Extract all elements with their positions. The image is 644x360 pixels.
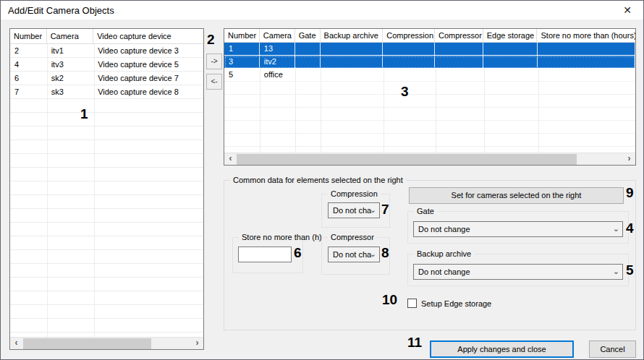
cell-store xyxy=(538,43,635,55)
compression-label: Compression xyxy=(328,189,381,198)
cell-number: 2 xyxy=(10,44,47,57)
table-body: 1 13 3 itv2 5 office xyxy=(224,43,635,153)
table-row[interactable]: 5 office xyxy=(224,69,635,82)
column-header-gate[interactable]: Gate xyxy=(295,29,321,42)
annotation-2: 2 xyxy=(207,33,215,47)
cell-number: 1 xyxy=(224,43,260,55)
column-header-store-no-more[interactable]: Store no more than (hours) xyxy=(537,29,635,42)
cell-device: Video capture device 3 xyxy=(93,44,203,57)
cancel-button[interactable]: Cancel xyxy=(589,340,636,358)
cell-number: 7 xyxy=(10,85,47,98)
annotation-5: 5 xyxy=(626,263,634,278)
arrow-right-icon: -> xyxy=(211,57,217,65)
cell-compression xyxy=(383,56,435,68)
cell-compressor xyxy=(435,56,483,68)
column-header-edge-storage[interactable]: Edge storage xyxy=(483,29,538,42)
scroll-left-icon[interactable]: ‹ xyxy=(10,338,22,349)
store-label: Store no more than (h) xyxy=(239,233,325,241)
gate-label: Gate xyxy=(414,207,437,215)
table-row-selected[interactable]: 3 itv2 xyxy=(224,56,635,69)
gate-dropdown[interactable]: Do not change ⌄ xyxy=(413,221,623,237)
table-row[interactable]: 4 itv3 Video capture device 5 xyxy=(10,58,203,72)
column-header-camera[interactable]: Camera xyxy=(260,29,295,42)
table-row[interactable]: 2 itv1 Video capture device 3 xyxy=(10,44,203,58)
apply-changes-button[interactable]: Apply changes and close xyxy=(430,340,574,358)
setup-edge-storage-label: Setup Edge storage xyxy=(421,299,491,308)
dialog-add-edit-camera-objects: Add/Edit Camera Objects ✕ Number Camera … xyxy=(0,0,644,360)
table-body: 2 itv1 Video capture device 3 4 itv3 Vid… xyxy=(10,44,203,337)
cell-edge xyxy=(483,56,538,68)
titlebar: Add/Edit Camera Objects ✕ xyxy=(1,1,643,20)
scrollbar-thumb[interactable] xyxy=(237,154,577,165)
column-header-compression[interactable]: Compression xyxy=(383,29,435,42)
chevron-down-icon: ⌄ xyxy=(370,247,376,260)
compression-value: Do not cha xyxy=(333,206,371,215)
move-left-button[interactable]: <- xyxy=(206,74,222,90)
cell-compression xyxy=(383,43,435,55)
cell-gate xyxy=(295,69,321,81)
cell-device: Video capture device 8 xyxy=(93,85,203,98)
column-header-compressor[interactable]: Compressor xyxy=(435,29,483,42)
chevron-down-icon: ⌄ xyxy=(370,203,376,216)
annotation-8: 8 xyxy=(381,246,389,260)
move-right-button[interactable]: -> xyxy=(206,53,222,69)
column-header-backup-archive[interactable]: Backup archive xyxy=(321,29,384,42)
table-header: Number Camera Gate Backup archive Compre… xyxy=(224,29,635,43)
compression-dropdown[interactable]: Do not cha ⌄ xyxy=(328,202,380,218)
horizontal-scrollbar[interactable]: ‹ › xyxy=(10,337,203,349)
compressor-value: Do not cha xyxy=(333,250,371,259)
horizontal-scrollbar[interactable]: ‹ › xyxy=(224,153,635,165)
scrollbar-thumb[interactable] xyxy=(23,338,151,349)
backup-archive-dropdown[interactable]: Do not change ⌄ xyxy=(413,264,623,280)
annotation-7: 7 xyxy=(381,202,389,217)
cell-device: Video capture device 7 xyxy=(93,72,203,85)
annotation-1: 1 xyxy=(80,107,88,121)
table-row[interactable]: 7 sk3 Video capture device 8 xyxy=(10,85,203,99)
annotation-4: 4 xyxy=(626,221,634,236)
cell-camera: office xyxy=(260,69,295,81)
cell-number: 4 xyxy=(10,58,47,71)
column-header-number[interactable]: Number xyxy=(10,29,47,43)
scroll-right-icon[interactable]: › xyxy=(191,338,203,349)
cell-backup xyxy=(321,43,384,55)
compressor-label: Compressor xyxy=(328,233,377,241)
cell-edge xyxy=(483,69,538,81)
chevron-down-icon: ⌄ xyxy=(613,222,619,235)
gate-value: Do not change xyxy=(418,225,470,233)
cell-camera: sk2 xyxy=(47,72,94,85)
available-cameras-table: Number Camera Video capture device 2 itv… xyxy=(9,28,204,350)
cell-edge xyxy=(483,43,538,55)
cell-camera: sk3 xyxy=(47,85,94,98)
column-header-camera[interactable]: Camera xyxy=(47,29,94,43)
annotation-10: 10 xyxy=(382,293,397,307)
compressor-dropdown[interactable]: Do not cha ⌄ xyxy=(328,247,380,262)
cell-camera: itv2 xyxy=(260,56,295,68)
groupbox-title: Common data for elements selected on the… xyxy=(230,176,406,184)
cell-gate xyxy=(295,43,321,55)
cell-gate xyxy=(295,56,321,68)
table-row-selected[interactable]: 1 13 xyxy=(224,43,635,56)
cell-number: 6 xyxy=(10,72,47,85)
close-icon[interactable]: ✕ xyxy=(620,4,635,17)
window-title: Add/Edit Camera Objects xyxy=(8,5,114,16)
cell-compression xyxy=(383,69,435,81)
table-header: Number Camera Video capture device xyxy=(10,29,203,44)
store-hours-input[interactable] xyxy=(238,247,292,262)
column-header-number[interactable]: Number xyxy=(224,29,260,42)
annotation-9: 9 xyxy=(626,186,634,200)
cell-backup xyxy=(321,56,384,68)
cell-camera: itv3 xyxy=(47,58,94,71)
cell-backup xyxy=(321,69,384,81)
cell-compressor xyxy=(435,69,483,81)
scroll-left-icon[interactable]: ‹ xyxy=(224,153,237,165)
cell-camera: 13 xyxy=(260,43,295,55)
set-for-cameras-button[interactable]: Set for cameras selected on the right xyxy=(409,187,624,204)
table-row[interactable]: 6 sk2 Video capture device 7 xyxy=(10,72,203,85)
setup-edge-storage-checkbox[interactable] xyxy=(407,299,417,308)
scroll-right-icon[interactable]: › xyxy=(623,153,635,165)
backup-archive-value: Do not change xyxy=(418,267,470,276)
backup-archive-label: Backup archive xyxy=(414,249,474,258)
cell-device: Video capture device 5 xyxy=(93,58,203,71)
column-header-video-capture-device[interactable]: Video capture device xyxy=(93,29,203,43)
annotation-11: 11 xyxy=(407,335,422,350)
